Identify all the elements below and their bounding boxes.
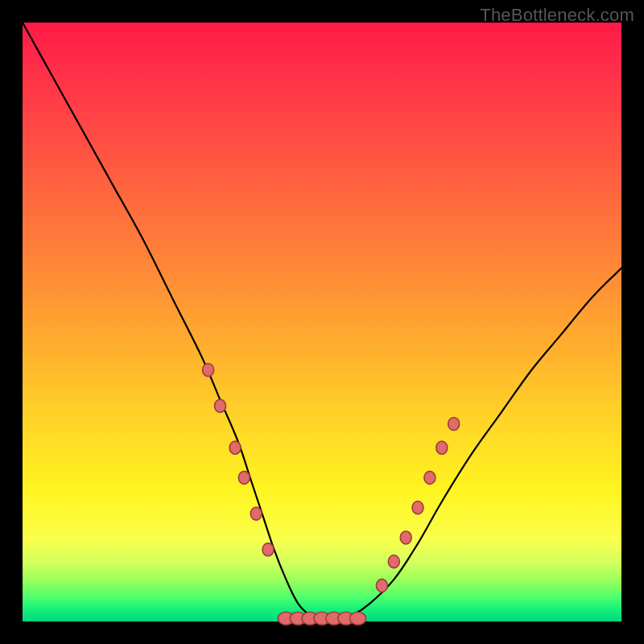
marker-cluster-right bbox=[376, 417, 459, 592]
chart-svg bbox=[23, 23, 621, 621]
marker-dot bbox=[436, 441, 448, 454]
marker-dot bbox=[424, 471, 436, 484]
marker-dot bbox=[215, 399, 226, 412]
bottleneck-curve bbox=[23, 23, 621, 622]
marker-dot bbox=[376, 579, 387, 592]
marker-cluster-bottom bbox=[278, 612, 365, 625]
marker-dot bbox=[238, 471, 250, 484]
marker-dot bbox=[448, 417, 460, 430]
marker-dot bbox=[203, 363, 214, 376]
marker-cluster-left bbox=[203, 363, 274, 555]
marker-dot bbox=[350, 612, 366, 625]
marker-dot bbox=[229, 441, 241, 454]
marker-dot bbox=[250, 507, 262, 520]
marker-dot bbox=[388, 555, 399, 568]
marker-dot bbox=[262, 543, 274, 556]
marker-dot bbox=[400, 531, 411, 544]
chart-frame: TheBottleneck.com bbox=[0, 0, 644, 644]
watermark-text: TheBottleneck.com bbox=[480, 5, 634, 26]
plot-area bbox=[23, 23, 621, 621]
marker-dot bbox=[412, 502, 423, 514]
